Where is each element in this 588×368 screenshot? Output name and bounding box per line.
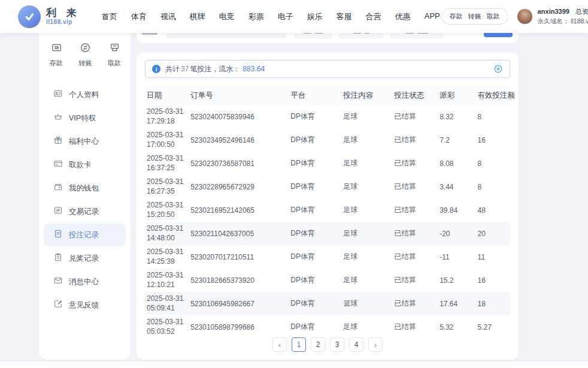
nav-item[interactable]: 客服 [335,9,353,25]
page-button[interactable]: 1 [292,337,306,352]
nav-item[interactable]: 棋牌 [189,9,207,25]
brand-logo[interactable]: 利 来 ll188.vip [18,5,80,28]
column-header: 投注内容 [341,86,392,105]
column-header: 投注状态 [393,86,438,105]
cell-order-number: 5230240075839946 [189,105,289,128]
cell-valid-bet: 11 [476,245,510,269]
cell-platform: DP体育 [289,269,341,292]
cell-bet-status: 已结算 [393,269,438,292]
cell-payout: 7.2 [438,128,475,152]
avatar[interactable] [517,8,533,25]
page-button[interactable]: 4 [349,337,363,352]
sidebar-item[interactable]: 交易记录 [44,200,126,223]
sidebar-item[interactable]: 个人资料 [44,83,126,106]
table-row[interactable]: 2025-03-3105:03:52 5230105898799686 DP体育… [145,315,510,339]
sidebar: 存款 转账 取款 个人资料 [39,33,131,360]
expand-plus-icon[interactable] [493,64,503,74]
cell-bet-content: 足球 [341,245,392,269]
cell-date: 2025-03-3115:20:50 [145,198,189,222]
brand-domain: ll188.vip [46,19,80,25]
bet-records-icon [53,229,63,241]
table-row[interactable]: 2025-03-3105:09:41 5230106945982667 DP体育… [145,292,510,315]
bank-card-icon [53,159,63,171]
next-page-button[interactable]: › [368,337,383,352]
table-row[interactable]: 2025-03-3114:48:00 5230211042637005 DP体育… [145,222,510,245]
nav-item[interactable]: 视讯 [159,9,177,25]
nav-item[interactable]: 彩票 [247,9,265,25]
cell-platform: DP体育 [289,175,341,198]
quick-action[interactable]: 转账 [79,42,92,68]
wallet-action[interactable]: 取款 [487,12,500,21]
sidebar-item[interactable]: 我的钱包 [44,177,126,200]
nav-item[interactable]: APP [423,9,441,25]
cell-platform: DP体育 [289,198,341,222]
nav-item[interactable]: 电竞 [218,9,236,25]
sidebar-item[interactable]: 投注记录 [44,224,126,246]
prev-page-button[interactable]: ‹ [272,337,287,352]
cell-bet-content: 足球 [341,152,392,175]
cell-order-number: 5230228965672929 [189,175,289,198]
sidebar-item[interactable]: 兑奖记录 [44,247,126,270]
column-header: 订单号 [189,86,289,105]
cell-date: 2025-03-3116:27:35 [145,175,189,198]
cell-bet-status: 已结算 [393,245,438,269]
cell-valid-bet: 16 [476,128,510,152]
nav-item[interactable]: 娱乐 [306,9,324,25]
cell-payout: 39.84 [438,198,475,222]
nav-item[interactable]: 电子 [277,9,295,25]
page-button[interactable]: 2 [311,337,325,352]
table-row[interactable]: 2025-03-3116:27:35 5230228965672929 DP体育… [145,175,510,198]
table-row[interactable]: 2025-03-3115:20:50 5230216952142065 DP体育… [145,198,510,222]
table-row[interactable]: 2025-03-3114:25:39 5230207017210511 DP体育… [145,245,510,269]
cell-bet-content: 篮球 [341,292,392,315]
sidebar-item[interactable]: 取款卡 [44,153,126,176]
bet-records-panel: i 共计37笔投注，流水：883.64 日期订单号平台投注内容投注状态派彩有效投… [137,52,519,360]
cell-payout: 15.2 [438,269,475,292]
logo-icon [18,5,41,28]
deposit-icon [51,42,62,56]
redeem-icon [53,252,63,264]
cell-payout: 8.32 [438,105,475,128]
transfer-icon [80,42,91,56]
cell-valid-bet: 48 [476,198,510,222]
member-center-page: i 共计37笔投注，流水：883.64 日期订单号平台投注内容投注状态派彩有效投… [0,0,588,368]
table-row[interactable]: 2025-03-3117:29:18 5230240075839946 DP体育… [145,105,510,128]
cell-bet-content: 足球 [341,175,392,198]
cell-date: 2025-03-3117:29:18 [145,105,189,128]
gift-icon [53,135,63,147]
table-row[interactable]: 2025-03-3116:37:25 5230230736587081 DP体育… [145,152,510,175]
column-header: 有效投注额 [476,86,510,105]
quick-action[interactable]: 存款 [50,42,63,68]
wallet-action[interactable]: 存款 [450,12,463,21]
nav-item[interactable]: 合营 [365,9,383,25]
cell-platform: DP体育 [289,128,341,152]
sidebar-item[interactable]: 消息中心 [44,270,126,293]
summary-text: 共计37笔投注，流水：883.64 [165,64,265,74]
cell-order-number: 5230207017210511 [189,245,289,269]
quick-action[interactable]: 取款 [108,42,121,68]
wallet-action[interactable]: 转账 [468,12,481,21]
cell-valid-bet: 20 [476,222,510,245]
sidebar-item[interactable]: 意见反馈 [44,294,126,316]
nav-item[interactable]: 优惠 [394,9,412,25]
cell-bet-status: 已结算 [393,175,438,198]
wallet-actions-pill: 存款转账取款 [441,8,508,25]
cell-valid-bet: 8 [476,175,510,198]
feedback-icon [53,299,63,311]
cell-order-number: 5230234952496146 [189,128,289,152]
cell-platform: DP体育 [289,245,341,269]
summary-bar: i 共计37笔投注，流水：883.64 [145,60,510,78]
bet-records-table: 日期订单号平台投注内容投注状态派彩有效投注额 2025-03-3117:29:1… [145,86,510,339]
user-info[interactable]: anxin3399 总资产： 1363.49元 永久域名： ll188.vip … [517,7,588,26]
page-button[interactable]: 3 [330,337,344,352]
total-assets: 总资产： 1363.49元 [575,7,588,16]
column-header: 平台 [289,86,341,105]
nav-item[interactable]: 体育 [130,9,148,25]
table-row[interactable]: 2025-03-3117:00:50 5230234952496146 DP体育… [145,128,510,152]
cell-bet-status: 已结算 [393,105,438,128]
sidebar-item[interactable]: 福利中心 [44,130,126,153]
crown-icon [53,112,63,124]
sidebar-item[interactable]: VIP特权 [44,107,126,129]
nav-item[interactable]: 首页 [101,9,119,25]
table-row[interactable]: 2025-03-3112:10:21 5230182665373920 DP体育… [145,269,510,292]
